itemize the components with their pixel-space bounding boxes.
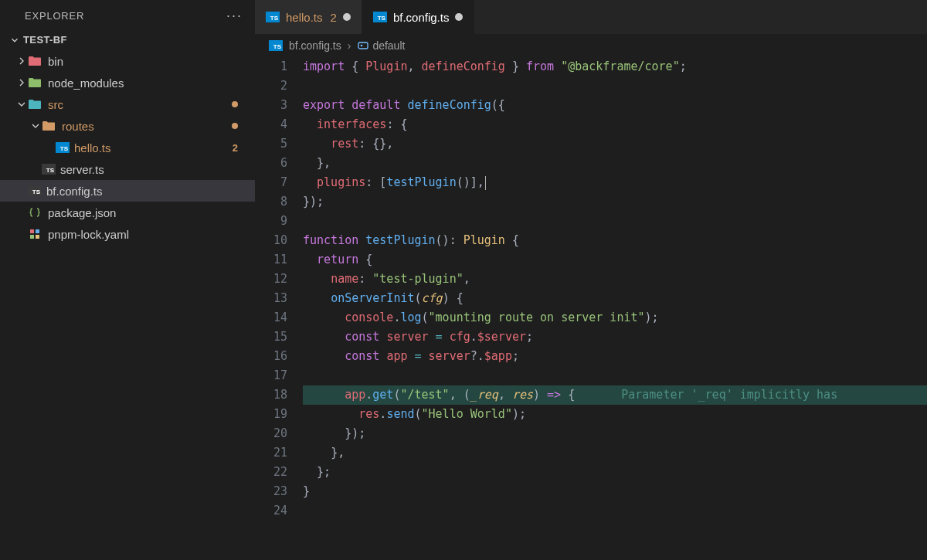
- code-line[interactable]: const app = server?.$app;: [303, 347, 927, 366]
- code-line[interactable]: };: [303, 463, 927, 482]
- tab-bf-config-ts[interactable]: TSbf.config.ts: [362, 0, 475, 34]
- line-number: 22: [255, 463, 287, 482]
- folder-icon: [28, 55, 42, 67]
- code-line[interactable]: console.log("mounting route on server in…: [303, 308, 927, 328]
- line-number: 18: [255, 385, 287, 405]
- tree-item-routes[interactable]: routes: [0, 115, 255, 137]
- folder-section-header[interactable]: TEST-BF: [0, 31, 255, 49]
- chevron-right-icon: ›: [348, 39, 351, 52]
- line-number: 2: [255, 76, 287, 96]
- line-number: 3: [255, 96, 287, 115]
- line-number: 24: [255, 501, 287, 521]
- line-number: 10: [255, 231, 287, 250]
- code-line[interactable]: },: [303, 154, 927, 173]
- line-number: 13: [255, 289, 287, 308]
- code-line[interactable]: });: [303, 192, 927, 212]
- code-line[interactable]: import { Plugin, defineConfig } from "@b…: [303, 57, 927, 76]
- folder-icon: [42, 120, 56, 132]
- folder-icon: [28, 98, 42, 110]
- editor-area: TShello.ts2TSbf.config.ts TS bf.config.t…: [255, 0, 927, 560]
- tab-label: bf.config.ts: [393, 11, 450, 24]
- line-number: 17: [255, 366, 287, 385]
- line-number: 7: [255, 173, 287, 192]
- modified-dot-icon: [232, 101, 238, 107]
- dirty-indicator-icon[interactable]: [455, 13, 463, 21]
- json-file-icon: [28, 206, 42, 219]
- code-line[interactable]: res.send("Hello World");: [303, 405, 927, 424]
- code-line[interactable]: export default defineConfig({: [303, 96, 927, 115]
- tree-item-hello-ts[interactable]: TShello.ts2: [0, 137, 255, 158]
- tree-item-bf-config-ts[interactable]: TSbf.config.ts: [0, 180, 255, 202]
- code-line[interactable]: });: [303, 424, 927, 443]
- line-number: 6: [255, 154, 287, 173]
- file-tree: binnode_modulessrcroutesTShello.ts2TSser…: [0, 49, 255, 246]
- code-line[interactable]: [303, 212, 927, 231]
- line-number: 21: [255, 443, 287, 463]
- folder-icon: [28, 76, 42, 89]
- code-line[interactable]: }: [303, 482, 927, 501]
- tree-item-label: routes: [62, 120, 232, 133]
- code-line[interactable]: [303, 366, 927, 385]
- line-number: 15: [255, 328, 287, 347]
- code-line[interactable]: [303, 76, 927, 96]
- tree-item-label: bin: [48, 55, 247, 68]
- line-number: 23: [255, 482, 287, 501]
- ts-file-icon: TS: [269, 40, 283, 51]
- tree-item-node_modules[interactable]: node_modules: [0, 72, 255, 93]
- line-number: 14: [255, 308, 287, 328]
- line-number: 4: [255, 115, 287, 134]
- breadcrumb[interactable]: TS bf.config.ts › default: [255, 34, 927, 57]
- dirty-indicator-icon[interactable]: [343, 13, 351, 21]
- chevron-right-icon: [15, 78, 28, 87]
- tree-item-label: node_modules: [48, 76, 247, 90]
- line-number: 16: [255, 347, 287, 366]
- tree-item-src[interactable]: src: [0, 93, 255, 115]
- code-content[interactable]: import { Plugin, defineConfig } from "@b…: [303, 57, 927, 560]
- line-number: 20: [255, 424, 287, 443]
- chevron-down-icon: [9, 35, 20, 46]
- tree-item-pnpm-lock-yaml[interactable]: pnpm-lock.yaml: [0, 223, 255, 245]
- code-line[interactable]: interfaces: {: [303, 115, 927, 134]
- line-number: 1: [255, 57, 287, 76]
- code-line[interactable]: [303, 501, 927, 521]
- code-line[interactable]: rest: {},: [303, 134, 927, 154]
- explorer-sidebar: EXPLORER ··· TEST-BF binnode_modulessrcr…: [0, 0, 255, 560]
- symbol-icon: [357, 39, 369, 52]
- yaml-file-icon: [28, 228, 42, 240]
- ts-file-icon: TS: [266, 12, 280, 22]
- line-gutter: 123456789101112131415161718192021222324: [255, 57, 303, 560]
- line-number: 12: [255, 270, 287, 289]
- tree-item-label: server.ts: [60, 163, 247, 176]
- code-editor[interactable]: 123456789101112131415161718192021222324 …: [255, 57, 927, 560]
- editor-tabs: TShello.ts2TSbf.config.ts: [255, 0, 927, 34]
- problem-count-badge: 2: [233, 142, 247, 154]
- code-line[interactable]: name: "test-plugin",: [303, 270, 927, 289]
- tree-item-label: pnpm-lock.yaml: [48, 228, 247, 241]
- tree-item-label: bf.config.ts: [46, 185, 247, 198]
- section-label: TEST-BF: [23, 34, 67, 46]
- ts-file-icon: TS: [373, 12, 387, 22]
- tree-item-server-ts[interactable]: TSserver.ts: [0, 158, 255, 180]
- code-line[interactable]: function testPlugin(): Plugin {: [303, 231, 927, 250]
- ts-file-icon: TS: [42, 164, 56, 175]
- code-line[interactable]: const server = cfg.$server;: [303, 328, 927, 347]
- code-line[interactable]: return {: [303, 250, 927, 270]
- breadcrumb-symbol[interactable]: default: [357, 39, 405, 52]
- tree-item-package-json[interactable]: package.json: [0, 202, 255, 223]
- tree-item-bin[interactable]: bin: [0, 50, 255, 72]
- breadcrumb-file[interactable]: bf.config.ts: [289, 39, 341, 52]
- tab-label: hello.ts: [286, 11, 323, 24]
- code-line[interactable]: onServerInit(cfg) {: [303, 289, 927, 308]
- code-line[interactable]: app.get("/test", (_req, res) => {Paramet…: [303, 385, 927, 405]
- modified-dot-icon: [232, 123, 238, 129]
- svg-rect-2: [30, 235, 34, 239]
- tab-hello-ts[interactable]: TShello.ts2: [255, 0, 362, 34]
- tab-problem-badge: 2: [331, 11, 337, 24]
- line-number: 19: [255, 405, 287, 424]
- code-line[interactable]: },: [303, 443, 927, 463]
- more-actions-icon[interactable]: ···: [226, 8, 243, 24]
- code-line[interactable]: plugins: [testPlugin()],: [303, 173, 927, 192]
- line-number: 11: [255, 250, 287, 270]
- line-number: 8: [255, 192, 287, 212]
- chevron-right-icon: [15, 56, 28, 66]
